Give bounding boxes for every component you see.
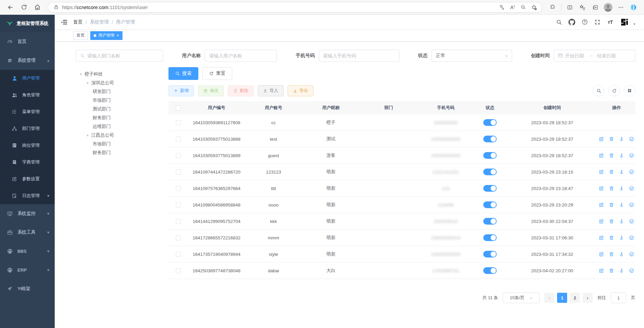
tag-close-icon[interactable]: × <box>116 33 119 38</box>
assign-role-check-icon[interactable] <box>629 251 634 257</box>
font-size-icon[interactable]: тT <box>607 19 613 26</box>
row-checkbox[interactable] <box>176 219 181 224</box>
tree-node[interactable]: ▼ 橙子科技 <box>76 70 168 79</box>
page-number-button[interactable]: 1 <box>557 293 567 303</box>
sidebar-item-roles[interactable]: 角色管理 <box>0 87 55 103</box>
sidebar-item-erp[interactable]: ERP ▼ <box>0 261 55 279</box>
browser-back-icon[interactable] <box>5 2 16 13</box>
delete-icon[interactable] <box>609 202 614 207</box>
reset-password-key-icon[interactable] <box>619 153 624 158</box>
export-button[interactable]: 导出 <box>288 85 313 96</box>
tree-node[interactable]: ▼ 深圳总公司 <box>76 79 168 87</box>
sidebar-item-params[interactable]: 参数设置 <box>0 171 55 187</box>
sidebar-item-tools[interactable]: 系统工具 ▼ <box>0 223 55 242</box>
edit-icon[interactable] <box>599 186 604 191</box>
user-avatar-yj[interactable] <box>620 17 630 27</box>
next-page-button[interactable]: › <box>583 293 593 303</box>
header-search-icon[interactable] <box>556 19 562 26</box>
prev-page-button[interactable]: ‹ <box>544 293 554 303</box>
reset-password-key-icon[interactable] <box>619 186 624 191</box>
status-toggle[interactable] <box>483 251 497 257</box>
row-checkbox[interactable] <box>176 120 181 125</box>
edit-icon[interactable] <box>599 219 604 224</box>
browser-refresh-icon[interactable] <box>18 2 30 13</box>
breadcrumb-home[interactable]: 首页 <box>73 19 83 25</box>
address-bar[interactable]: https://ccnetcore.com:1101/system/user <box>48 2 542 13</box>
zoom-out-icon[interactable] <box>518 3 528 12</box>
fullscreen-icon[interactable] <box>594 19 601 26</box>
status-toggle[interactable] <box>483 152 497 159</box>
add-favorite-icon[interactable] <box>529 3 539 12</box>
reset-password-key-icon[interactable] <box>619 251 624 257</box>
assign-role-check-icon[interactable] <box>629 169 634 175</box>
sidebar-fold-icon[interactable] <box>60 18 68 26</box>
status-toggle[interactable] <box>483 136 497 142</box>
date-range-picker[interactable]: - <box>554 50 635 62</box>
status-toggle[interactable] <box>483 218 497 225</box>
reset-password-key-icon[interactable] <box>619 235 624 240</box>
assign-role-check-icon[interactable] <box>629 136 634 142</box>
delete-icon[interactable] <box>609 136 614 142</box>
edit-icon[interactable] <box>599 153 604 158</box>
goto-page-input[interactable] <box>611 292 626 303</box>
status-toggle[interactable] <box>483 119 497 126</box>
assign-role-check-icon[interactable] <box>629 186 634 191</box>
row-checkbox[interactable] <box>176 153 181 158</box>
sidebar-item-bbs[interactable]: BBS ▼ <box>0 242 55 261</box>
status-toggle[interactable] <box>483 234 497 241</box>
edit-icon[interactable] <box>599 136 604 142</box>
edit-icon[interactable] <box>599 251 604 257</box>
status-select[interactable]: ∨ <box>432 50 512 62</box>
assign-role-check-icon[interactable] <box>629 219 634 224</box>
sidebar-item-logs[interactable]: 日志管理 ▼ <box>0 187 55 204</box>
sidebar-item-posts[interactable]: 岗位管理 <box>0 137 55 154</box>
page-size-select[interactable]: 10条/页 ∨ <box>503 292 540 303</box>
profile-avatar[interactable] <box>602 2 614 13</box>
extensions-icon[interactable] <box>547 2 558 13</box>
collections-icon[interactable] <box>590 2 601 13</box>
github-icon[interactable] <box>568 19 575 26</box>
column-settings-icon[interactable] <box>624 85 635 96</box>
reset-password-key-icon[interactable] <box>619 268 624 273</box>
row-checkbox[interactable] <box>176 186 181 191</box>
select-all-checkbox[interactable] <box>176 105 181 110</box>
assign-role-check-icon[interactable] <box>629 268 634 273</box>
delete-icon[interactable] <box>609 219 614 224</box>
browser-home-icon[interactable] <box>32 2 43 13</box>
table-search-toggle-icon[interactable] <box>593 85 604 96</box>
sidebar-item-depts[interactable]: 部门管理 <box>0 120 55 137</box>
delete-icon[interactable] <box>609 251 614 257</box>
sidebar-item-home[interactable]: 首页 <box>0 32 55 51</box>
search-button[interactable]: 搜索 <box>168 67 198 80</box>
import-button[interactable]: 导入 <box>258 85 284 96</box>
edit-button[interactable]: 修改 <box>198 85 224 96</box>
tree-node[interactable]: 市场部门 <box>76 140 168 148</box>
phone-input[interactable] <box>319 50 399 62</box>
favorites-icon[interactable] <box>577 2 588 13</box>
tree-node[interactable]: 运维部门 <box>76 122 168 131</box>
sidebar-item-yi-framework[interactable]: Yi框架 <box>0 279 55 298</box>
row-checkbox[interactable] <box>176 252 181 257</box>
reset-password-key-icon[interactable] <box>619 136 624 142</box>
password-key-icon[interactable] <box>497 3 506 12</box>
table-refresh-icon[interactable] <box>608 85 620 96</box>
read-aloud-icon[interactable] <box>508 3 517 12</box>
status-toggle[interactable] <box>483 185 497 192</box>
tree-node[interactable]: 财务部门 <box>76 148 168 157</box>
edit-icon[interactable] <box>599 235 604 240</box>
more-icon[interactable] <box>615 2 627 13</box>
tag-home[interactable]: 首页 <box>73 31 88 40</box>
dept-search-input[interactable] <box>76 50 163 62</box>
delete-button[interactable]: 删除 <box>228 85 254 96</box>
tree-node[interactable]: 财务部门 <box>76 113 168 122</box>
tree-node[interactable]: ▼ 江西总公司 <box>76 131 168 140</box>
status-toggle[interactable] <box>483 169 497 175</box>
assign-role-check-icon[interactable] <box>629 153 634 158</box>
sidebar-item-menus[interactable]: 菜单管理 <box>0 103 55 120</box>
help-icon[interactable] <box>581 19 588 26</box>
split-screen-icon[interactable] <box>564 2 576 13</box>
row-checkbox[interactable] <box>176 202 181 207</box>
breadcrumb-system[interactable]: 系统管理 <box>90 19 109 25</box>
tree-node[interactable]: 测试部门 <box>76 105 168 113</box>
tree-node[interactable]: 市场部门 <box>76 96 168 105</box>
